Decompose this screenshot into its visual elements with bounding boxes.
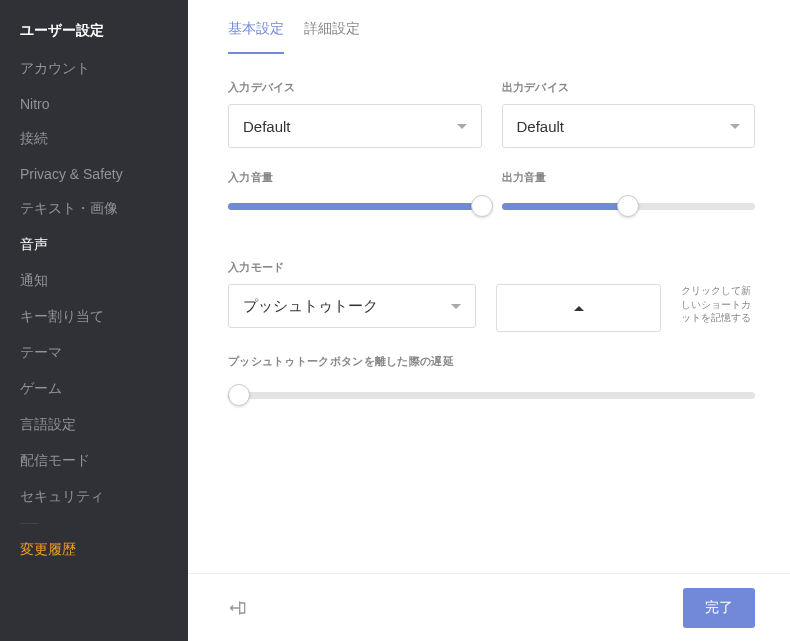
input-device-value: Default	[243, 118, 291, 135]
back-icon	[228, 598, 248, 618]
ptt-delay-slider[interactable]	[228, 383, 755, 407]
footer: 完了	[188, 573, 790, 641]
sidebar-item-11[interactable]: 配信モード	[0, 443, 188, 479]
sidebar-item-6[interactable]: 通知	[0, 263, 188, 299]
sidebar-item-9[interactable]: ゲーム	[0, 371, 188, 407]
tab-1[interactable]: 詳細設定	[304, 20, 360, 54]
output-volume-label: 出力音量	[502, 170, 756, 185]
done-button[interactable]: 完了	[683, 588, 755, 628]
sidebar-item-changelog[interactable]: 変更履歴	[0, 532, 188, 568]
sidebar: ユーザー設定 アカウントNitro接続Privacy & Safetyテキスト・…	[0, 0, 188, 641]
sidebar-divider	[20, 523, 38, 524]
sidebar-item-8[interactable]: テーマ	[0, 335, 188, 371]
sidebar-item-12[interactable]: セキュリティ	[0, 479, 188, 515]
output-device-label: 出力デバイス	[502, 80, 756, 95]
shortcut-hint: クリックして新しいショートカットを記憶する	[681, 284, 755, 325]
input-device-label: 入力デバイス	[228, 80, 482, 95]
ptt-shortcut-input[interactable]	[496, 284, 661, 332]
sidebar-item-10[interactable]: 言語設定	[0, 407, 188, 443]
sidebar-item-1[interactable]: Nitro	[0, 87, 188, 121]
content: 基本設定詳細設定 入力デバイス Default 出力デバイス Default 入…	[188, 0, 790, 573]
input-volume-label: 入力音量	[228, 170, 482, 185]
sidebar-item-2[interactable]: 接続	[0, 121, 188, 157]
input-volume-slider[interactable]	[228, 194, 482, 218]
output-device-value: Default	[517, 118, 565, 135]
output-device-select[interactable]: Default	[502, 104, 756, 148]
sidebar-item-4[interactable]: テキスト・画像	[0, 191, 188, 227]
chevron-down-icon	[451, 304, 461, 309]
input-device-select[interactable]: Default	[228, 104, 482, 148]
input-mode-select[interactable]: プッシュトゥトーク	[228, 284, 476, 328]
chevron-up-icon	[574, 306, 584, 311]
sidebar-item-7[interactable]: キー割り当て	[0, 299, 188, 335]
chevron-down-icon	[730, 124, 740, 129]
ptt-delay-label: プッシュトゥトークボタンを離した際の遅延	[228, 354, 755, 369]
tab-0[interactable]: 基本設定	[228, 20, 284, 54]
sidebar-header: ユーザー設定	[0, 0, 188, 51]
sidebar-item-5[interactable]: 音声	[0, 227, 188, 263]
input-mode-value: プッシュトゥトーク	[243, 297, 378, 316]
main: 基本設定詳細設定 入力デバイス Default 出力デバイス Default 入…	[188, 0, 790, 641]
chevron-down-icon	[457, 124, 467, 129]
back-button[interactable]	[228, 598, 248, 618]
output-volume-slider[interactable]	[502, 194, 756, 218]
sidebar-item-0[interactable]: アカウント	[0, 51, 188, 87]
tabs: 基本設定詳細設定	[228, 20, 755, 54]
sidebar-item-3[interactable]: Privacy & Safety	[0, 157, 188, 191]
input-mode-label: 入力モード	[228, 260, 755, 275]
